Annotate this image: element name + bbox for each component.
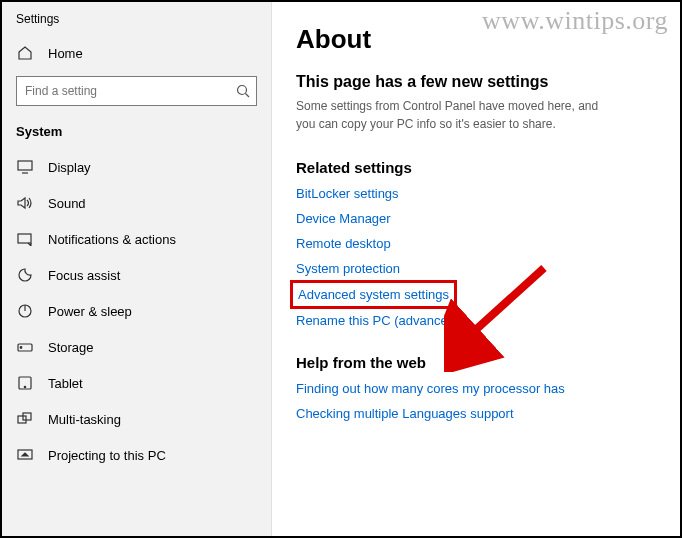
link-device-manager[interactable]: Device Manager: [296, 211, 391, 226]
sidebar-item-sound[interactable]: Sound: [2, 185, 271, 221]
sidebar-item-projecting[interactable]: Projecting to this PC: [2, 437, 271, 473]
sound-icon: [16, 194, 34, 212]
link-rename-pc-advanced[interactable]: Rename this PC (advanced): [296, 313, 459, 328]
main-content: About This page has a few new settings S…: [272, 2, 680, 536]
sidebar-item-label: Sound: [48, 196, 86, 211]
sidebar-item-display[interactable]: Display: [2, 149, 271, 185]
sidebar-item-label: Projecting to this PC: [48, 448, 166, 463]
sidebar-item-power-sleep[interactable]: Power & sleep: [2, 293, 271, 329]
sidebar-item-label: Power & sleep: [48, 304, 132, 319]
help-from-web-title: Help from the web: [296, 354, 660, 371]
notifications-icon: [16, 230, 34, 248]
sidebar-item-label: Multi-tasking: [48, 412, 121, 427]
link-system-protection[interactable]: System protection: [296, 261, 400, 276]
search-input[interactable]: [16, 76, 257, 106]
home-button[interactable]: Home: [2, 36, 271, 70]
related-settings-links: BitLocker settings Device Manager Remote…: [296, 186, 660, 328]
sidebar-item-label: Tablet: [48, 376, 83, 391]
tablet-icon: [16, 374, 34, 392]
link-bitlocker-settings[interactable]: BitLocker settings: [296, 186, 399, 201]
sidebar-item-multitasking[interactable]: Multi-tasking: [2, 401, 271, 437]
sidebar-section-header: System: [2, 120, 271, 145]
focus-assist-icon: [16, 266, 34, 284]
svg-point-11: [24, 386, 25, 387]
search-box: [16, 76, 257, 106]
svg-point-9: [20, 347, 22, 349]
sidebar-item-label: Notifications & actions: [48, 232, 176, 247]
svg-rect-3: [18, 161, 32, 170]
sidebar-item-tablet[interactable]: Tablet: [2, 365, 271, 401]
multitasking-icon: [16, 410, 34, 428]
page-subheading: This page has a few new settings: [296, 73, 660, 91]
link-remote-desktop[interactable]: Remote desktop: [296, 236, 391, 251]
related-settings-title: Related settings: [296, 159, 660, 176]
sidebar-item-notifications[interactable]: Notifications & actions: [2, 221, 271, 257]
link-advanced-system-settings[interactable]: Advanced system settings: [296, 286, 451, 303]
page-subtext: Some settings from Control Panel have mo…: [296, 97, 616, 133]
storage-icon: [16, 338, 34, 356]
sidebar-item-label: Storage: [48, 340, 94, 355]
help-links: Finding out how many cores my processor …: [296, 381, 660, 421]
home-icon: [16, 44, 34, 62]
sidebar-nav: Display Sound Notifications & actions: [2, 149, 271, 473]
svg-rect-5: [18, 234, 31, 243]
sidebar-item-label: Focus assist: [48, 268, 120, 283]
sidebar-item-focus-assist[interactable]: Focus assist: [2, 257, 271, 293]
power-icon: [16, 302, 34, 320]
projecting-icon: [16, 446, 34, 464]
sidebar-item-label: Display: [48, 160, 91, 175]
link-languages-help[interactable]: Checking multiple Languages support: [296, 406, 514, 421]
link-cores-help[interactable]: Finding out how many cores my processor …: [296, 381, 565, 396]
settings-sidebar: Settings Home System: [2, 2, 272, 536]
sidebar-item-storage[interactable]: Storage: [2, 329, 271, 365]
display-icon: [16, 158, 34, 176]
home-label: Home: [48, 46, 83, 61]
app-title: Settings: [2, 8, 271, 36]
page-title: About: [296, 24, 660, 55]
